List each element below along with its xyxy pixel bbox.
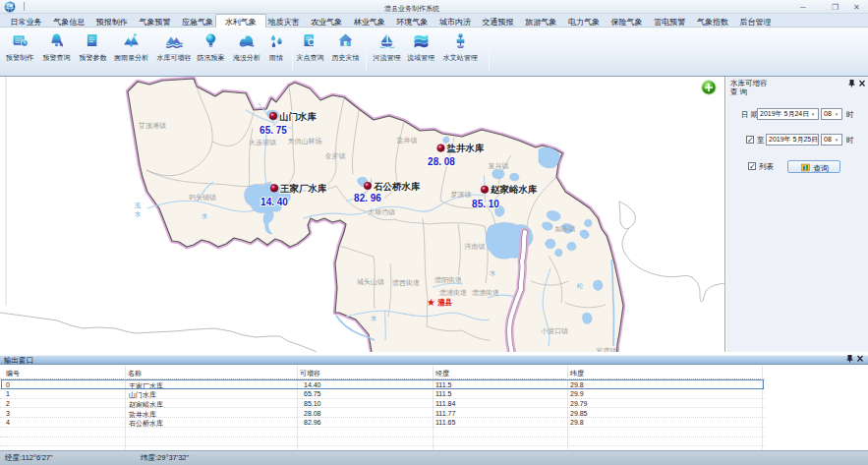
- svg-text:65. 75: 65. 75: [260, 125, 287, 136]
- svg-text:天供山林场: 天供山林场: [288, 138, 322, 145]
- svg-text:涔南镇: 涔南镇: [465, 243, 486, 251]
- svg-text:14. 40: 14. 40: [260, 197, 288, 207]
- svg-text:水: 水: [202, 212, 208, 219]
- svg-text:盐井镇: 盐井镇: [397, 137, 418, 145]
- svg-text:复兴镇: 复兴镇: [489, 162, 509, 170]
- svg-text:澧县: 澧县: [437, 298, 453, 307]
- svg-text:甘溪滩镇: 甘溪滩镇: [138, 122, 166, 130]
- svg-text:松: 松: [577, 282, 584, 289]
- svg-text:28. 08: 28. 08: [428, 156, 455, 167]
- svg-text:澧澹街道: 澧澹街道: [472, 289, 499, 297]
- svg-text:澧西街道: 澧西街道: [392, 279, 420, 287]
- svg-text:小渡口镇: 小渡口镇: [541, 327, 568, 335]
- svg-text:山门水库: 山门水库: [279, 111, 318, 122]
- svg-text:澧阳街道: 澧阳街道: [434, 276, 462, 284]
- svg-text:城头山镇: 城头山镇: [356, 278, 384, 286]
- svg-text:澧浦街道: 澧浦街道: [439, 289, 467, 297]
- svg-text:盐井水库: 盐井水库: [446, 143, 486, 153]
- svg-text:水: 水: [371, 315, 377, 321]
- svg-text:水: 水: [490, 269, 496, 276]
- svg-text:石公桥水库: 石公桥水库: [373, 181, 421, 192]
- svg-text:火连坡镇: 火连坡镇: [249, 139, 276, 146]
- svg-text:水: 水: [135, 210, 142, 217]
- svg-text:大堰垱镇: 大堰垱镇: [368, 208, 395, 216]
- svg-text:82. 96: 82. 96: [354, 193, 381, 203]
- svg-text:金罗镇: 金罗镇: [325, 152, 346, 160]
- svg-text:码头铺镇: 码头铺镇: [189, 194, 216, 202]
- svg-text:赵家峪水库: 赵家峪水库: [490, 184, 538, 195]
- svg-text:如东镇: 如东镇: [555, 225, 576, 233]
- svg-text:王家厂水库: 王家厂水库: [279, 183, 327, 194]
- svg-text:梦溪镇: 梦溪镇: [451, 191, 472, 199]
- svg-text:洈: 洈: [135, 202, 142, 209]
- svg-text:★: ★: [427, 297, 435, 308]
- svg-text:85. 10: 85. 10: [472, 199, 499, 209]
